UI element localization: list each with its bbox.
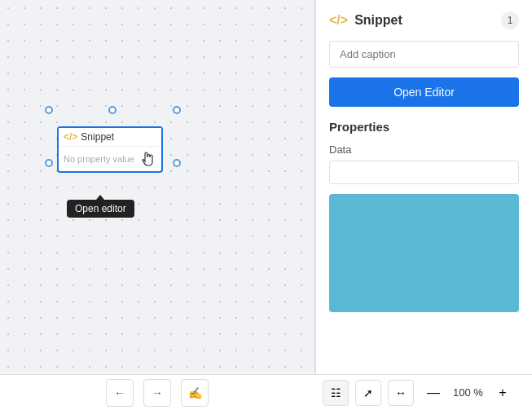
properties-section-title: Properties	[329, 120, 519, 134]
redo-button[interactable]: →	[143, 379, 171, 407]
fit-width-icon: ↔	[395, 386, 407, 399]
no-property-value: No property value	[64, 154, 134, 164]
snippet-panel-icon: </>	[329, 13, 348, 28]
undo-button[interactable]: ←	[106, 379, 134, 407]
zoom-level: 100 %	[453, 386, 483, 399]
selection-handle-mr[interactable]	[173, 159, 181, 167]
canvas[interactable]: </> Snippet No property value Open edito…	[0, 0, 315, 410]
snippet-widget-header: </> Snippet	[59, 128, 161, 147]
zoom-out-icon: —	[427, 386, 440, 399]
grid-icon: ☷	[331, 386, 341, 399]
caption-input[interactable]	[329, 41, 519, 68]
open-editor-icon-widget[interactable]	[138, 150, 156, 168]
undo-icon: ←	[114, 386, 125, 399]
selection-handle-tc[interactable]	[108, 106, 117, 114]
canvas-toolbar: ← → ✍	[0, 374, 314, 410]
open-editor-button[interactable]: Open Editor	[329, 77, 519, 107]
snippet-widget-body: No property value	[59, 147, 161, 171]
open-editor-tooltip: Open editor	[67, 200, 134, 218]
snippet-widget[interactable]: </> Snippet No property value	[57, 126, 163, 173]
data-preview-area	[329, 194, 519, 312]
expand-icon: ➚	[363, 386, 373, 399]
right-panel-toolbar: ☷ ➚ ↔ — 100 % +	[316, 374, 532, 410]
selection-handle-tl[interactable]	[45, 106, 53, 114]
panel-title: Snippet	[354, 13, 402, 28]
hand-tool-button[interactable]: ✍	[181, 379, 209, 407]
fit-width-button[interactable]: ↔	[388, 380, 414, 406]
expand-button[interactable]: ➚	[355, 380, 381, 406]
selection-handle-ml[interactable]	[45, 159, 53, 167]
zoom-out-button[interactable]: —	[420, 380, 446, 406]
data-input[interactable]	[329, 161, 519, 184]
panel-badge: 1	[501, 11, 519, 29]
right-panel: </> Snippet 1 Open Editor Properties Dat…	[316, 0, 532, 410]
snippet-widget-title: Snippet	[81, 131, 114, 143]
data-field-label: Data	[329, 143, 519, 156]
grid-view-button[interactable]: ☷	[323, 380, 349, 406]
redo-icon: →	[152, 386, 163, 399]
snippet-code-icon: </>	[64, 131, 77, 143]
panel-header: </> Snippet 1	[329, 11, 519, 29]
selection-handle-tr[interactable]	[173, 106, 181, 114]
panel-title-row: </> Snippet	[329, 13, 402, 28]
zoom-in-button[interactable]: +	[490, 380, 516, 406]
hand-icon: ✍	[188, 386, 202, 399]
zoom-in-icon: +	[499, 386, 506, 399]
